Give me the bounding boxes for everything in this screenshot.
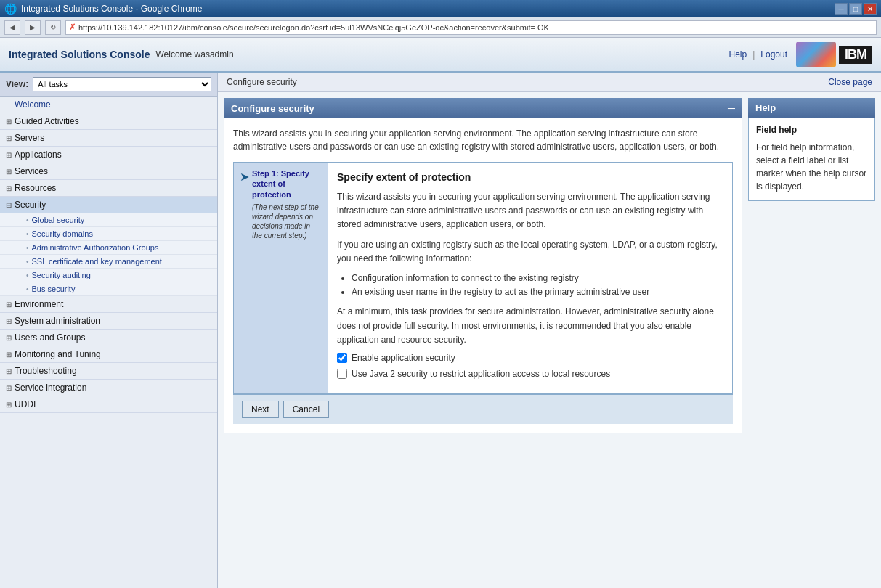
step-content: Step 1: Specify extent of protection (Th…	[252, 168, 322, 240]
sidebar-item-sysadmin[interactable]: ⊞ System administration	[0, 313, 217, 330]
step-note: (The next step of the wizard depends on …	[252, 203, 322, 240]
wizard-layout: ➤ Step 1: Specify extent of protection (…	[233, 162, 733, 394]
ibm-logo-area: IBM	[796, 42, 872, 67]
wizard-steps: ➤ Step 1: Specify extent of protection (…	[234, 163, 328, 393]
security-label: Security	[15, 200, 46, 210]
help-panel-body: Field help For field help information, s…	[748, 118, 875, 201]
ibm-text-logo: IBM	[839, 46, 872, 64]
expand-icon-guided: ⊞	[6, 118, 12, 126]
services-label: Services	[15, 166, 48, 176]
wizard-list: Configuration information to connect to …	[352, 271, 723, 299]
expand-icon-sysadmin: ⊞	[6, 317, 12, 325]
content-inner: Configure security ─ This wizard assists…	[218, 92, 881, 588]
wizard-content-title: Specify extent of protection	[337, 171, 723, 183]
serviceint-label: Service integration	[15, 383, 86, 393]
sidebar-item-security[interactable]: ⊟ Security	[0, 197, 217, 213]
enable-app-security-checkbox[interactable]	[337, 353, 347, 363]
sidebar-subitem-admin-auth-groups[interactable]: Administrative Authorization Groups	[0, 241, 217, 255]
content-area: Configure security Close page Configure …	[218, 73, 881, 588]
wizard-bullet2: An existing user name in the registry to…	[352, 285, 723, 299]
resources-label: Resources	[15, 183, 56, 193]
sidebar-item-monitoring[interactable]: ⊞ Monitoring and Tuning	[0, 346, 217, 363]
sysadmin-label: System administration	[15, 316, 100, 326]
sidebar-item-servers[interactable]: ⊞ Servers	[0, 130, 217, 147]
sidebar-item-serviceint[interactable]: ⊞ Service integration	[0, 380, 217, 396]
cancel-button[interactable]: Cancel	[283, 401, 329, 418]
step-label: Step 1: Specify extent of protection	[252, 168, 322, 200]
minimize-button[interactable]: ─	[835, 3, 848, 15]
sidebar-subitem-global-security[interactable]: Global security	[0, 213, 217, 227]
sidebar-item-welcome[interactable]: Welcome	[0, 97, 217, 113]
help-panel-header: Help	[748, 98, 875, 118]
app-header: Integrated Solutions Console Welcome was…	[0, 38, 881, 73]
sidebar-subitem-security-auditing[interactable]: Security auditing	[0, 269, 217, 282]
java2-security-checkbox[interactable]	[337, 369, 347, 379]
breadcrumb: Configure security	[227, 77, 297, 87]
sidebar-item-usersgroups[interactable]: ⊞ Users and Groups	[0, 330, 217, 346]
collapse-button[interactable]: ─	[728, 102, 735, 114]
step-arrow: ➤	[240, 170, 249, 184]
expand-icon-resources: ⊞	[6, 184, 12, 192]
back-button[interactable]: ◀	[4, 20, 20, 35]
checkbox1-label[interactable]: Enable application security	[352, 353, 455, 363]
ssl-cert-label: SSL certificate and key management	[32, 257, 162, 266]
wizard-content: Specify extent of protection This wizard…	[328, 163, 732, 393]
sidebar-subitem-ssl-cert[interactable]: SSL certificate and key management	[0, 255, 217, 269]
help-link[interactable]: Help	[728, 49, 747, 60]
applications-label: Applications	[15, 150, 62, 160]
expand-icon-applications: ⊞	[6, 151, 12, 159]
welcome-label: Welcome	[15, 99, 51, 110]
expand-icon-troubleshooting: ⊞	[6, 367, 12, 375]
app-title: Integrated Solutions Console	[9, 49, 150, 60]
field-help-text: For field help information, select a fie…	[756, 141, 867, 193]
expand-icon-servers: ⊞	[6, 134, 12, 142]
sidebar-item-applications[interactable]: ⊞ Applications	[0, 147, 217, 163]
checkbox2-label[interactable]: Use Java 2 security to restrict applicat…	[352, 369, 610, 379]
sidebar-item-guided[interactable]: ⊞ Guided Activities	[0, 113, 217, 130]
expand-icon-uddi: ⊞	[6, 401, 12, 409]
next-button[interactable]: Next	[242, 401, 279, 418]
titlebar-text: Integrated Solutions Console - Google Ch…	[21, 4, 202, 14]
uddi-label: UDDI	[15, 399, 36, 409]
sidebar-item-resources[interactable]: ⊞ Resources	[0, 180, 217, 197]
maximize-button[interactable]: □	[849, 3, 862, 15]
ibm-dots-graphic	[796, 42, 836, 67]
help-panel: Help Field help For field help informati…	[748, 98, 875, 582]
close-button[interactable]: ✕	[864, 3, 877, 15]
sidebar-item-environment[interactable]: ⊞ Environment	[0, 296, 217, 313]
config-panel-body: This wizard assists you in securing your…	[224, 118, 742, 433]
security-auditing-label: Security auditing	[32, 271, 91, 279]
intro-text: This wizard assists you in securing your…	[233, 127, 733, 153]
view-select[interactable]: All tasks	[33, 77, 211, 91]
bus-security-label: Bus security	[32, 285, 76, 293]
monitoring-label: Monitoring and Tuning	[15, 349, 101, 359]
sidebar: View: All tasks Welcome ⊞ Guided Activit…	[0, 73, 218, 588]
sidebar-subitem-security-domains[interactable]: Security domains	[0, 227, 217, 241]
expand-icon-serviceint: ⊞	[6, 384, 12, 392]
refresh-button[interactable]: ↻	[45, 20, 61, 35]
admin-auth-groups-label: Administrative Authorization Groups	[32, 243, 159, 252]
usersgroups-label: Users and Groups	[15, 332, 85, 343]
welcome-text: Welcome wasadmin	[155, 49, 233, 60]
view-row: View: All tasks	[0, 73, 217, 97]
sidebar-subitem-bus-security[interactable]: Bus security	[0, 282, 217, 296]
main-layout: View: All tasks Welcome ⊞ Guided Activit…	[0, 73, 881, 588]
sidebar-item-services[interactable]: ⊞ Services	[0, 163, 217, 180]
wizard-para2: If you are using an existing registry su…	[337, 238, 723, 266]
expand-icon-monitoring: ⊞	[6, 351, 12, 359]
breadcrumb-bar: Configure security Close page	[218, 73, 881, 92]
sidebar-item-uddi[interactable]: ⊞ UDDI	[0, 396, 217, 413]
servers-label: Servers	[15, 133, 44, 143]
security-icon: ✗	[69, 23, 76, 32]
url-bar[interactable]: ✗ https://10.139.142.182:10127/ibm/conso…	[65, 20, 877, 35]
security-domains-label: Security domains	[32, 229, 93, 238]
header-divider: |	[752, 49, 755, 60]
wizard-para1: This wizard assists you in securing your…	[337, 190, 723, 232]
sidebar-item-troubleshooting[interactable]: ⊞ Troubleshooting	[0, 363, 217, 380]
titlebar: 🌐 Integrated Solutions Console - Google …	[0, 0, 881, 17]
close-page-link[interactable]: Close page	[828, 77, 872, 87]
logout-link[interactable]: Logout	[760, 49, 787, 60]
forward-button[interactable]: ▶	[25, 20, 41, 35]
view-label: View:	[6, 79, 28, 89]
config-panel: Configure security ─ This wizard assists…	[224, 98, 742, 582]
